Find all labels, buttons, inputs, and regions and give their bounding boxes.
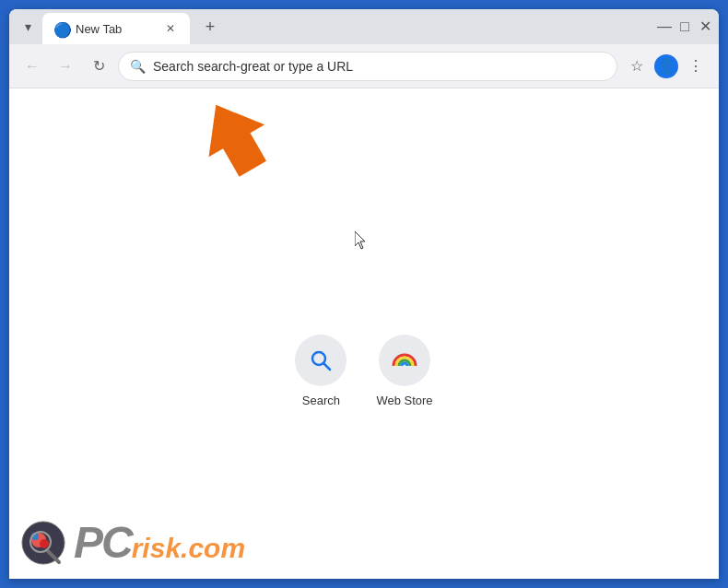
minimize-icon: — <box>657 19 672 34</box>
close-window-icon: ✕ <box>699 19 711 34</box>
mouse-cursor <box>355 231 370 250</box>
active-tab[interactable]: 🔵 New Tab ✕ <box>42 13 190 44</box>
minimize-button[interactable]: — <box>658 20 671 33</box>
orange-arrow-icon <box>194 98 267 181</box>
maximize-button[interactable]: □ <box>678 20 691 33</box>
pcrisk-logo <box>20 520 66 566</box>
watermark-pc: PC <box>74 518 132 567</box>
watermark-text: PCrisk.com <box>74 517 245 568</box>
shortcut-webstore-label: Web Store <box>376 394 432 407</box>
shortcut-search-icon-circle <box>295 335 346 386</box>
nav-right-controls: ☆ 👤 ⋮ <box>623 53 710 80</box>
plus-icon: + <box>205 18 216 37</box>
reload-button[interactable]: ↻ <box>85 53 112 80</box>
watermark: PCrisk.com <box>20 517 245 568</box>
search-icon <box>308 347 334 373</box>
nav-bar: ← → ↻ 🔍 Search search-great or type a UR… <box>9 44 719 88</box>
tab-close-button[interactable]: ✕ <box>162 20 179 37</box>
tab-favicon-icon: 🔵 <box>53 21 68 36</box>
close-window-button[interactable]: ✕ <box>699 20 711 33</box>
tab-title: New Tab <box>76 22 155 36</box>
menu-button[interactable]: ⋮ <box>682 53 710 80</box>
profile-icon: 👤 <box>657 57 675 75</box>
close-icon: ✕ <box>166 22 175 35</box>
browser-window: ▾ 🔵 New Tab ✕ + — □ ✕ <box>9 9 719 579</box>
svg-line-3 <box>323 363 330 370</box>
tab-bar-left: ▾ 🔵 New Tab ✕ + <box>17 11 223 42</box>
webstore-icon <box>390 346 419 375</box>
maximize-icon: □ <box>680 19 689 34</box>
forward-icon: → <box>58 58 73 75</box>
arrow-container <box>194 98 267 184</box>
shortcut-search[interactable]: Search <box>295 335 346 407</box>
svg-marker-1 <box>194 98 267 181</box>
tab-dropdown-button[interactable]: ▾ <box>17 16 39 38</box>
chevron-down-icon: ▾ <box>25 19 31 34</box>
back-button[interactable]: ← <box>18 53 46 80</box>
watermark-risk: risk.com <box>132 533 245 563</box>
svg-point-7 <box>40 539 49 548</box>
bookmark-button[interactable]: ☆ <box>623 53 651 80</box>
back-icon: ← <box>25 58 40 75</box>
forward-button[interactable]: → <box>52 53 79 80</box>
shortcut-webstore[interactable]: Web Store <box>376 335 432 407</box>
profile-button[interactable]: 👤 <box>654 54 678 78</box>
main-content: Search Web Store <box>9 88 719 579</box>
new-tab-button[interactable]: + <box>197 14 223 40</box>
title-bar: ▾ 🔵 New Tab ✕ + — □ ✕ <box>9 9 719 44</box>
search-icon: 🔍 <box>130 59 146 74</box>
address-bar[interactable]: 🔍 Search search-great or type a URL <box>118 52 617 81</box>
shortcut-webstore-icon-circle <box>379 335 430 386</box>
reload-icon: ↻ <box>93 57 105 75</box>
bookmark-icon: ☆ <box>630 57 643 75</box>
shortcuts-container: Search Web Store <box>295 335 432 407</box>
address-input[interactable]: Search search-great or type a URL <box>153 59 605 74</box>
shortcut-search-label: Search <box>302 394 340 407</box>
menu-icon: ⋮ <box>688 57 703 75</box>
window-controls: — □ ✕ <box>658 20 711 33</box>
